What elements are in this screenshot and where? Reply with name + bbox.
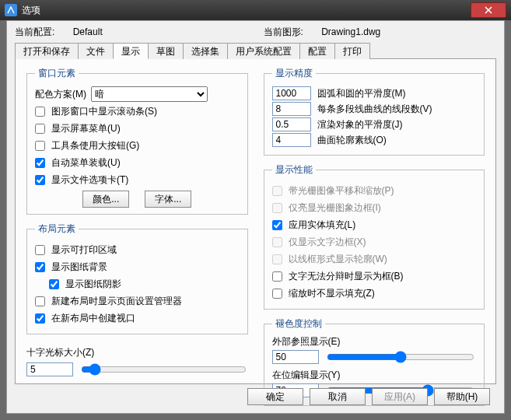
surface-contour-input[interactable]: [272, 133, 311, 147]
close-button[interactable]: [471, 2, 506, 18]
legend-display-precision: 显示精度: [272, 67, 316, 80]
tab-display[interactable]: 显示: [113, 43, 149, 59]
cb-scrollbars[interactable]: [35, 107, 45, 117]
tab-files[interactable]: 文件: [78, 43, 114, 59]
current-drawing-value: Drawing1.dwg: [321, 26, 380, 37]
cb-large-buttons[interactable]: [35, 141, 45, 151]
tab-profiles[interactable]: 配置: [299, 43, 335, 59]
crosshair-label: 十字光标大小(Z): [26, 346, 248, 359]
window-title: 选项: [22, 4, 471, 17]
legend-display-performance: 显示性能: [272, 163, 316, 177]
tab-open-save[interactable]: 打开和保存: [15, 43, 79, 59]
tab-draft[interactable]: 草图: [148, 43, 184, 59]
polyline-segments-input[interactable]: [272, 102, 311, 116]
close-icon: [485, 6, 492, 14]
cb-pan-raster: [272, 186, 282, 196]
config-row: 当前配置: Default 当前图形: Drawing1.dwg: [15, 26, 496, 39]
dialog-body: 当前配置: Default 当前图形: Drawing1.dwg 打开和保存 文…: [6, 20, 505, 414]
inplace-fade-label: 在位编辑显示(Y): [272, 369, 477, 382]
cb-page-setup[interactable]: [35, 296, 45, 306]
tab-user-pref[interactable]: 用户系统配置: [227, 43, 300, 59]
cb-wireframe: [272, 254, 282, 264]
color-scheme-label: 配色方案(M): [35, 88, 86, 101]
cb-create-viewport[interactable]: [35, 313, 45, 324]
legend-fade-control: 褪色度控制: [272, 317, 325, 331]
xref-fade-slider[interactable]: [327, 350, 475, 364]
legend-window-elements: 窗口元素: [35, 67, 79, 80]
cb-paper-bg[interactable]: [35, 262, 45, 272]
cb-text-frame: [272, 237, 282, 247]
colors-button[interactable]: 颜色...: [82, 191, 129, 208]
polyline-segments-label: 每条多段线曲线的线段数(V): [317, 103, 432, 116]
cancel-button[interactable]: 取消: [310, 388, 366, 405]
render-smoothness-input[interactable]: [272, 117, 311, 131]
ok-button[interactable]: 确定: [247, 388, 303, 405]
cb-solid-fill[interactable]: [272, 220, 282, 230]
crosshair-slider[interactable]: [81, 362, 247, 376]
help-button[interactable]: 帮助(H): [434, 388, 490, 405]
group-layout-elements: 布局元素 显示可打印区域 显示图纸背景 显示图纸阴影 新建布局时显示页面设置管理…: [26, 222, 248, 334]
cb-text-as-box[interactable]: [272, 271, 282, 282]
current-config-value: Default: [73, 26, 103, 37]
group-display-precision: 显示精度 圆弧和圆的平滑度(M) 每条多段线曲线的线段数(V) 渲染对象的平滑度…: [264, 67, 485, 156]
cb-highlight-frame: [272, 203, 282, 213]
cb-screen-menu[interactable]: [35, 124, 45, 134]
color-scheme-select[interactable]: 暗: [91, 86, 208, 102]
cb-no-fill-zoom[interactable]: [272, 289, 282, 299]
tab-strip: 打开和保存 文件 显示 草图 选择集 用户系统配置 配置 打印: [15, 42, 496, 59]
crosshair-value[interactable]: [26, 362, 73, 376]
tab-selection[interactable]: 选择集: [183, 43, 228, 59]
xref-fade-label: 外部参照显示(E): [272, 336, 341, 347]
current-drawing-label: 当前图形:: [264, 26, 303, 37]
tab-plot[interactable]: 打印: [334, 43, 370, 59]
title-bar: 选项: [0, 0, 511, 20]
group-display-performance: 显示性能 带光栅图像平移和缩放(P) 仅亮显光栅图象边框(I) 应用实体填充(L…: [264, 163, 485, 310]
cb-file-tabs[interactable]: [35, 175, 45, 185]
cb-paper-shadow[interactable]: [49, 279, 59, 289]
tab-panel-display: 窗口元素 配色方案(M) 暗 图形窗口中显示滚动条(S) 显示屏幕菜单(U) 工…: [15, 59, 496, 384]
current-config-label: 当前配置:: [15, 26, 54, 37]
crosshair-group: 十字光标大小(Z): [26, 346, 248, 378]
right-column: 显示精度 圆弧和圆的平滑度(M) 每条多段线曲线的线段数(V) 渲染对象的平滑度…: [264, 67, 485, 376]
surface-contour-label: 曲面轮廓素线(O): [317, 134, 387, 147]
xref-fade-value[interactable]: [272, 350, 319, 364]
arc-smoothness-input[interactable]: [272, 86, 311, 100]
legend-layout-elements: 布局元素: [35, 222, 79, 236]
cb-print-area[interactable]: [35, 245, 45, 255]
left-column: 窗口元素 配色方案(M) 暗 图形窗口中显示滚动条(S) 显示屏幕菜单(U) 工…: [26, 67, 248, 376]
dialog-footer: 确定 取消 应用(A) 帮助(H): [247, 388, 490, 405]
cb-auto-menu[interactable]: [35, 158, 45, 168]
app-icon: [5, 4, 17, 16]
arc-smoothness-label: 圆弧和圆的平滑度(M): [317, 87, 406, 100]
fonts-button[interactable]: 字体...: [145, 191, 191, 208]
render-smoothness-label: 渲染对象的平滑度(J): [317, 118, 403, 131]
group-window-elements: 窗口元素 配色方案(M) 暗 图形窗口中显示滚动条(S) 显示屏幕菜单(U) 工…: [26, 67, 248, 215]
apply-button: 应用(A): [372, 388, 428, 405]
